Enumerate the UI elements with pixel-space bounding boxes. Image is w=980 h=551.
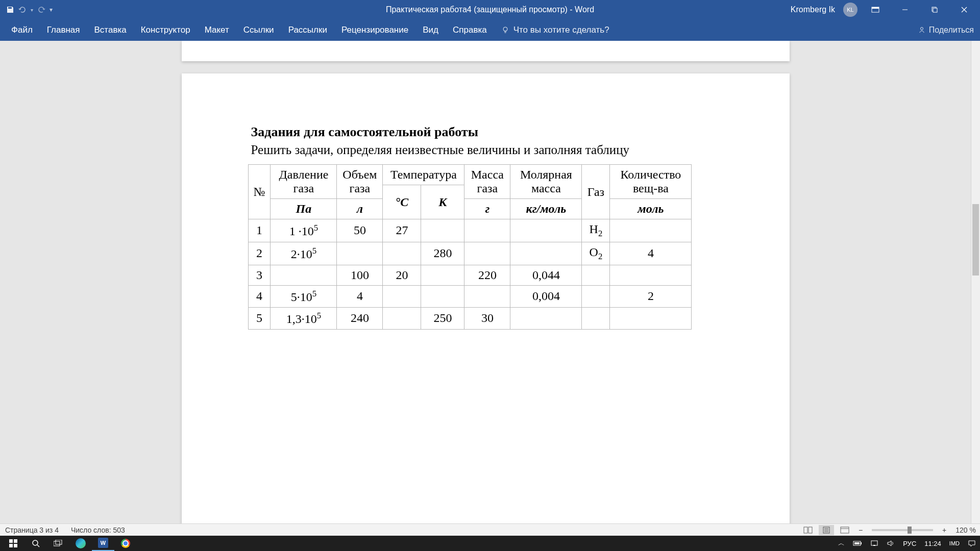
svg-point-7 [503, 27, 507, 31]
tab-view[interactable]: Вид [415, 20, 446, 40]
svg-rect-4 [933, 8, 937, 12]
search-button[interactable] [24, 536, 47, 551]
table-row: 22·105280O24 [248, 242, 692, 265]
table-row: 51,3·10524025030 [248, 307, 692, 329]
scrollbar-thumb[interactable] [972, 204, 979, 276]
chrome-app[interactable] [114, 536, 137, 551]
word-app[interactable]: W [92, 536, 114, 551]
table-row: 3100202200,044 [248, 265, 692, 285]
document-area: Задания для самостоятельной работы Решит… [0, 41, 971, 523]
table-row: 11 ·1055027H2 [248, 219, 692, 242]
lightbulb-icon [501, 26, 509, 34]
minimize-button[interactable] [893, 0, 917, 19]
tab-references[interactable]: Ссылки [236, 20, 281, 40]
ribbon-tabs: Файл Главная Вставка Конструктор Макет С… [0, 19, 980, 41]
svg-rect-11 [804, 527, 807, 533]
web-layout-button[interactable] [837, 525, 852, 535]
vertical-scrollbar[interactable] [971, 41, 980, 523]
doc-subheading: Решить задачи, определяя неизвестные вел… [248, 143, 723, 157]
ribbon-display-icon[interactable] [864, 0, 887, 19]
quick-access-toolbar: ▾ ▾ [0, 6, 53, 14]
tray-chevron-icon[interactable]: ︿ [834, 536, 849, 551]
svg-rect-25 [54, 541, 60, 546]
tab-layout[interactable]: Макет [198, 20, 236, 40]
action-center-icon[interactable] [964, 536, 980, 551]
save-icon[interactable] [6, 6, 14, 14]
task-view-button[interactable] [47, 536, 69, 551]
undo-icon[interactable] [18, 6, 27, 14]
volume-icon[interactable] [883, 536, 899, 551]
share-button[interactable]: Поделиться [918, 26, 974, 35]
tab-mailings[interactable]: Рассылки [281, 20, 334, 40]
tab-help[interactable]: Справка [446, 20, 494, 40]
tab-review[interactable]: Рецензирование [334, 20, 415, 40]
svg-rect-20 [14, 539, 17, 543]
qat-customize-icon[interactable]: ▾ [50, 6, 53, 13]
tab-insert[interactable]: Вставка [87, 20, 134, 40]
svg-rect-21 [9, 544, 13, 547]
doc-heading: Задания для самостоятельной работы [248, 124, 723, 140]
maximize-button[interactable] [923, 0, 946, 19]
svg-rect-26 [56, 540, 62, 544]
table-header-row: №Давление газаОбъем газаТемператураМасса… [248, 165, 692, 185]
svg-line-24 [37, 545, 39, 547]
svg-rect-12 [808, 527, 812, 533]
redo-icon[interactable] [37, 6, 45, 14]
data-table: №Давление газаОбъем газаТемператураМасса… [248, 164, 692, 330]
zoom-level[interactable]: 120 % [955, 526, 976, 534]
title-bar: ▾ ▾ Практическая работа4 (защищенный про… [0, 0, 980, 19]
svg-rect-1 [872, 7, 879, 9]
print-layout-button[interactable] [819, 525, 834, 535]
taskbar: W ︿ РУС 11:24 IMD [0, 536, 980, 551]
edge-app[interactable] [69, 536, 92, 551]
document-page[interactable]: Задания для самостоятельной работы Решит… [182, 73, 790, 523]
table-row: 45·10540,0042 [248, 285, 692, 307]
svg-rect-28 [861, 542, 862, 544]
previous-page-edge [182, 41, 790, 61]
window-title: Практическая работа4 (защищенный просмот… [386, 5, 594, 14]
tab-home[interactable]: Главная [40, 20, 87, 40]
user-name[interactable]: Kromberg Ik [791, 5, 835, 14]
word-count[interactable]: Число слов: 503 [71, 526, 125, 534]
battery-icon[interactable] [849, 536, 866, 551]
svg-rect-30 [871, 541, 877, 545]
clock[interactable]: 11:24 [920, 536, 945, 551]
svg-rect-29 [854, 542, 860, 544]
start-button[interactable] [2, 536, 24, 551]
share-label: Поделиться [929, 26, 974, 35]
avatar[interactable]: KL [843, 3, 857, 17]
share-icon [918, 26, 926, 34]
zoom-slider[interactable] [872, 529, 933, 531]
zoom-out-button[interactable]: − [855, 526, 866, 534]
tab-file[interactable]: Файл [4, 20, 40, 40]
tab-design[interactable]: Конструктор [134, 20, 198, 40]
svg-rect-19 [9, 539, 13, 543]
svg-rect-17 [841, 527, 849, 533]
svg-point-10 [920, 28, 923, 30]
tell-me-label: Что вы хотите сделать? [513, 25, 609, 35]
language-indicator[interactable]: РУС [899, 536, 920, 551]
ime-icon[interactable]: IMD [945, 536, 964, 551]
network-icon[interactable] [866, 536, 883, 551]
status-bar: Страница 3 из 4 Число слов: 503 − + 120 … [0, 523, 980, 536]
svg-point-23 [33, 540, 38, 545]
read-mode-button[interactable] [800, 525, 816, 535]
close-button[interactable] [952, 0, 976, 19]
svg-rect-22 [14, 544, 17, 547]
page-status[interactable]: Страница 3 из 4 [5, 526, 59, 534]
qat-dropdown-icon[interactable]: ▾ [31, 7, 33, 13]
tell-me-search[interactable]: Что вы хотите сделать? [494, 25, 617, 35]
zoom-in-button[interactable]: + [939, 526, 949, 534]
